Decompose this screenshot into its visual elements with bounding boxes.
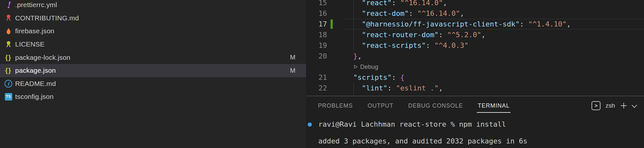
terminal-shell-icon[interactable]: >	[591, 101, 601, 110]
code-lines: 15 "react": "^16.14.0", 16 "react-dom": …	[306, 0, 644, 96]
editor-line[interactable]: 22 "lint": "eslint .",	[306, 83, 644, 93]
file-name: LICENSE	[15, 40, 44, 48]
json-braces-icon: {}	[5, 54, 12, 61]
explorer-file-row-contributing-md[interactable]: CONTRIBUTING.md	[0, 12, 306, 25]
code-text: "scripts": {	[345, 72, 404, 83]
file-name: README.md	[15, 80, 56, 88]
shell-label: zsh	[605, 102, 615, 109]
editor-line[interactable]: 23 "start": "react-scripts start",	[306, 93, 644, 96]
file-name: firebase.json	[15, 27, 54, 35]
line-number[interactable]: 17	[306, 19, 327, 29]
terminal-command-decoration[interactable]	[308, 122, 312, 127]
line-number[interactable]: 15	[306, 0, 327, 8]
prettier-icon: !	[6, 1, 10, 9]
terminal-output[interactable]: ravi@Ravi Lachhman react-store % npm ins…	[318, 120, 644, 145]
code-text: "lint": "eslint .",	[345, 83, 443, 93]
ribbon-icon	[5, 40, 13, 48]
terminal-dropdown-chevron-icon[interactable]	[632, 102, 637, 108]
file-list: ! .prettierrc.yml CONTRIBUTING.md fireba…	[0, 0, 306, 103]
git-modified-badge: M	[290, 67, 295, 74]
file-name: .prettierrc.yml	[15, 1, 57, 9]
firebase-flame-icon	[5, 27, 13, 35]
terminal-line	[318, 129, 644, 137]
code-editor[interactable]: 15 "react": "^16.14.0", 16 "react-dom": …	[306, 0, 644, 96]
line-number[interactable]: 23	[306, 93, 327, 96]
editor-line[interactable]: 16 "react-dom": "^16.14.0",	[306, 8, 644, 19]
editor-line[interactable]: 17 "@harnessio/ff-javascript-client-sdk"…	[306, 19, 644, 29]
line-number[interactable]: 16	[306, 8, 327, 19]
file-name: CONTRIBUTING.md	[15, 14, 79, 22]
editor-line[interactable]: 15 "react": "^16.14.0",	[306, 0, 644, 8]
line-number[interactable]: 22	[306, 83, 327, 93]
explorer-file-row-readme-md[interactable]: i README.md	[0, 77, 306, 90]
editor-line[interactable]: 18 "react-router-dom": "^5.2.0",	[306, 29, 644, 40]
file-name: package.json	[15, 67, 56, 74]
code-text: "react": "^16.14.0",	[345, 0, 447, 8]
explorer-file-row-license[interactable]: LICENSE	[0, 38, 306, 51]
explorer-file-row--prettierrc-yml[interactable]: ! .prettierrc.yml	[0, 0, 306, 12]
panel-tab-debug-console[interactable]: DEBUG CONSOLE	[408, 96, 463, 115]
info-circle-icon: i	[5, 80, 12, 88]
ribbon-icon	[5, 14, 13, 22]
line-number[interactable]: 20	[306, 51, 327, 61]
typescript-icon: TS	[5, 93, 12, 100]
play-outline-icon	[353, 64, 358, 69]
line-number[interactable]: 19	[306, 40, 327, 51]
line-number[interactable]: 21	[306, 72, 327, 83]
codelens-label: Debug	[360, 63, 378, 70]
terminal-chip-glyph: >	[595, 103, 598, 109]
codelens-debug[interactable]: Debug	[306, 61, 644, 72]
editor-line[interactable]: 21 "scripts": {	[306, 72, 644, 83]
code-text: "react-router-dom": "^5.2.0",	[345, 29, 485, 40]
explorer-sidebar: ! .prettierrc.yml CONTRIBUTING.md fireba…	[0, 0, 306, 148]
explorer-file-row-firebase-json[interactable]: firebase.json	[0, 25, 306, 38]
panel-tab-problems[interactable]: PROBLEMS	[318, 96, 353, 115]
git-modified-badge: M	[290, 54, 295, 61]
bottom-panel: PROBLEMSOUTPUTDEBUG CONSOLETERMINAL > zs…	[306, 96, 644, 148]
file-name: tsconfig.json	[15, 93, 53, 100]
code-text: "@harnessio/ff-javascript-client-sdk": "…	[345, 19, 571, 29]
terminal-line: ravi@Ravi Lachhman react-store % npm ins…	[318, 120, 644, 129]
panel-tab-terminal[interactable]: TERMINAL	[478, 96, 510, 115]
new-terminal-button[interactable]	[620, 102, 628, 110]
explorer-file-row-package-json[interactable]: {} package.json M	[0, 64, 306, 77]
editor-line[interactable]: 20 },	[306, 51, 644, 61]
json-braces-icon: {}	[5, 67, 12, 74]
plus-icon	[620, 102, 628, 110]
code-text: "react-dom": "^16.14.0",	[345, 8, 464, 19]
terminal-line: added 3 packages, and audited 2032 packa…	[318, 137, 644, 145]
vscode-window: ! .prettierrc.yml CONTRIBUTING.md fireba…	[0, 0, 644, 148]
panel-actions: > zsh	[591, 96, 636, 115]
panel-tab-output[interactable]: OUTPUT	[368, 96, 393, 115]
editor-line[interactable]: 19 "react-scripts": "^4.0.3"	[306, 40, 644, 51]
code-text: "start": "react-scripts start",	[345, 93, 494, 96]
file-name: package-lock.json	[15, 54, 71, 61]
line-number[interactable]: 18	[306, 29, 327, 40]
explorer-file-row-tsconfig-json[interactable]: TS tsconfig.json	[0, 90, 306, 103]
explorer-file-row-package-lock-json[interactable]: {} package-lock.json M	[0, 51, 306, 64]
code-text: },	[345, 51, 362, 61]
code-text: "react-scripts": "^4.0.3"	[345, 40, 468, 51]
